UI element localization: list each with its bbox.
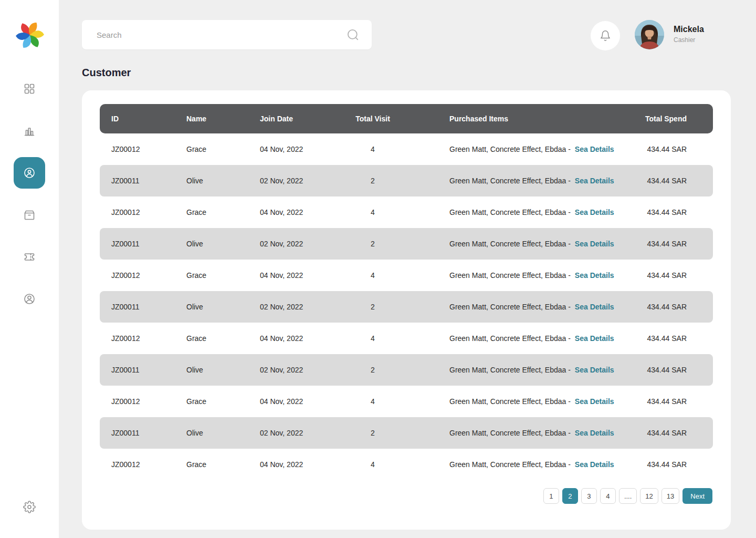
cell-join-date: 04 Nov, 2022 [260,460,339,469]
sidebar-item-customers[interactable] [14,157,45,189]
sidebar-item-account[interactable] [14,283,45,315]
cell-id: JZ00011 [100,429,186,437]
cell-total-spend: 434.44 SAR [624,334,713,343]
table-row: JZ00012 Grace 04 Nov, 2022 4 Green Matt,… [100,386,713,417]
cell-join-date: 04 Nov, 2022 [260,208,339,216]
purchased-items-text: Green Matt, Concrete Effect, Ebdaa - [449,366,571,374]
page-button-3[interactable]: 3 [581,488,597,504]
bar-chart-icon [23,125,36,137]
search-bar [82,20,372,49]
cell-total-spend: 434.44 SAR [624,271,713,280]
grid-icon [23,82,36,95]
notifications-button[interactable] [591,21,620,50]
cell-purchased-items: Green Matt, Concrete Effect, Ebdaa -Sea … [407,397,624,406]
cell-id: JZ00012 [100,460,186,469]
cell-purchased-items: Green Matt, Concrete Effect, Ebdaa -Sea … [407,334,624,343]
cell-total-visit: 2 [339,177,407,185]
page-button-12[interactable]: 12 [640,488,658,504]
cell-id: JZ00011 [100,240,186,248]
cell-total-visit: 4 [339,397,407,406]
column-header-name: Name [186,115,260,123]
cell-join-date: 04 Nov, 2022 [260,334,339,343]
sea-details-link[interactable]: Sea Details [575,303,614,311]
cell-total-visit: 4 [339,208,407,216]
purchased-items-text: Green Matt, Concrete Effect, Ebdaa - [449,460,571,469]
cell-join-date: 04 Nov, 2022 [260,397,339,406]
cell-name: Olive [186,240,260,248]
sidebar-item-settings[interactable] [14,491,45,523]
cell-total-visit: 4 [339,334,407,343]
cell-join-date: 04 Nov, 2022 [260,145,339,153]
sea-details-link[interactable]: Sea Details [575,334,614,343]
cell-name: Olive [186,429,260,437]
sea-details-link[interactable]: Sea Details [575,429,614,437]
table-row: JZ00011 Olive 02 Nov, 2022 2 Green Matt,… [100,165,713,196]
search-button[interactable] [346,28,360,42]
purchased-items-text: Green Matt, Concrete Effect, Ebdaa - [449,271,571,280]
page-button-13[interactable]: 13 [662,488,679,504]
cell-join-date: 02 Nov, 2022 [260,177,339,185]
sea-details-link[interactable]: Sea Details [575,460,614,469]
sidebar-item-coupons[interactable] [14,241,45,273]
sidebar [0,0,59,538]
cell-total-visit: 4 [339,145,407,153]
sea-details-link[interactable]: Sea Details [575,240,614,248]
cell-purchased-items: Green Matt, Concrete Effect, Ebdaa -Sea … [407,429,624,437]
cell-name: Olive [186,303,260,311]
cell-purchased-items: Green Matt, Concrete Effect, Ebdaa -Sea … [407,271,624,280]
purchased-items-text: Green Matt, Concrete Effect, Ebdaa - [449,334,571,343]
page-button-2[interactable]: 2 [562,488,578,504]
sea-details-link[interactable]: Sea Details [575,208,614,216]
sidebar-item-products[interactable] [14,199,45,231]
user-icon [23,293,36,305]
cell-total-visit: 4 [339,271,407,280]
column-header-total-spend: Total Spend [624,115,713,123]
package-icon [23,209,36,221]
table-row: JZ00011 Olive 02 Nov, 2022 2 Green Matt,… [100,354,713,386]
customer-icon [23,167,36,179]
cell-id: JZ00011 [100,303,186,311]
pagination-next-button[interactable]: Next [682,488,712,504]
table-row: JZ00011 Olive 02 Nov, 2022 2 Green Matt,… [100,291,713,323]
sea-details-link[interactable]: Sea Details [575,177,614,185]
page-button-4[interactable]: 4 [600,488,616,504]
cell-total-spend: 434.44 SAR [624,208,713,216]
column-header-id: ID [100,115,186,123]
page-button-ellipsis[interactable]: .... [619,488,637,504]
purchased-items-text: Green Matt, Concrete Effect, Ebdaa - [449,177,571,185]
column-header-total-visit: Total Visit [339,115,407,123]
sea-details-link[interactable]: Sea Details [575,397,614,406]
search-input[interactable] [97,30,346,39]
brand-logo [15,19,45,49]
cell-id: JZ00012 [100,145,186,153]
cell-name: Grace [186,208,260,216]
page-button-1[interactable]: 1 [543,488,559,504]
sea-details-link[interactable]: Sea Details [575,145,614,153]
user-name: Mickela [674,25,704,34]
cell-join-date: 02 Nov, 2022 [260,240,339,248]
cell-total-spend: 434.44 SAR [624,145,713,153]
cell-name: Grace [186,334,260,343]
customer-table-card: ID Name Join Date Total Visit Purchased … [82,90,731,530]
sidebar-item-dashboard[interactable] [14,73,45,105]
table-row: JZ00012 Grace 04 Nov, 2022 4 Green Matt,… [100,260,713,291]
table-row: JZ00011 Olive 02 Nov, 2022 2 Green Matt,… [100,228,713,260]
purchased-items-text: Green Matt, Concrete Effect, Ebdaa - [449,303,571,311]
cell-purchased-items: Green Matt, Concrete Effect, Ebdaa -Sea … [407,208,624,216]
sea-details-link[interactable]: Sea Details [575,366,614,374]
cell-join-date: 02 Nov, 2022 [260,429,339,437]
table-row: JZ00011 Olive 02 Nov, 2022 2 Green Matt,… [100,417,713,449]
page-title: Customer [82,67,131,79]
cell-total-spend: 434.44 SAR [624,460,713,469]
cell-total-spend: 434.44 SAR [624,240,713,248]
sidebar-item-analytics[interactable] [14,115,45,147]
cell-name: Olive [186,177,260,185]
cell-total-spend: 434.44 SAR [624,397,713,406]
cell-total-visit: 2 [339,303,407,311]
user-avatar[interactable] [635,20,664,49]
cell-total-visit: 2 [339,240,407,248]
sidebar-nav [14,73,45,315]
sea-details-link[interactable]: Sea Details [575,271,614,280]
cell-total-spend: 434.44 SAR [624,429,713,437]
table-row: JZ00012 Grace 04 Nov, 2022 4 Green Matt,… [100,133,713,165]
